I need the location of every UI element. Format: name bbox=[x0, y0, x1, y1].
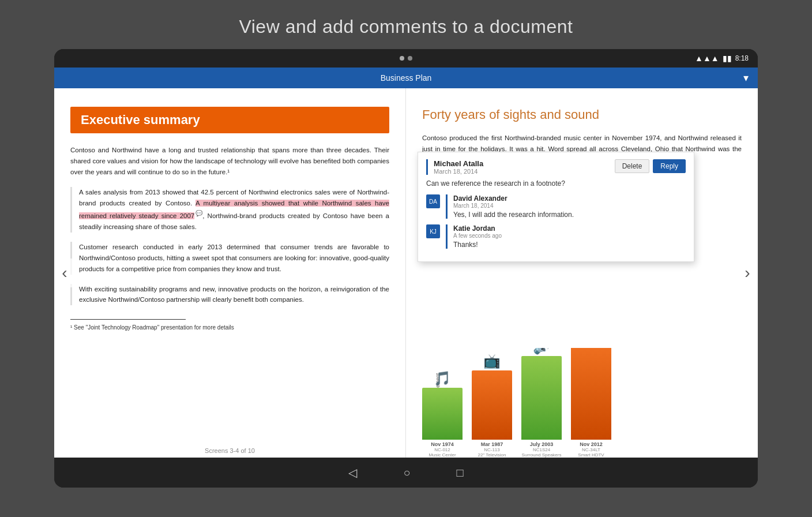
reply-block-1: DA David Alexander March 18, 2014 Yes, I… bbox=[426, 194, 686, 219]
comment-question: Can we reference the research in a footn… bbox=[426, 179, 686, 188]
chart-sublabel-4: NC-34LT bbox=[582, 447, 600, 452]
chart-sublabel2-3: Surround Speakers bbox=[522, 452, 562, 458]
left-page: Executive summary Contoso and Northwind … bbox=[54, 88, 406, 458]
chart-bar-fill-1: 🎵 bbox=[422, 388, 463, 440]
chart-label-1: Nov 1974 bbox=[431, 441, 454, 447]
comment-author: Michael Atalla bbox=[434, 159, 483, 168]
reply-content-2: Katie Jordan A few seconds ago Thanks! bbox=[446, 224, 686, 249]
chart-inner: Technology Advancement 🎵 Nov 1974 NC-012 bbox=[406, 348, 758, 458]
chart-sublabel2-2: 22" Television bbox=[478, 452, 506, 458]
time-display: 8:18 bbox=[735, 54, 749, 62]
chart-bar-group-2: 📺 Mar 1987 NC-113 22" Television bbox=[472, 370, 512, 458]
chart-bar-group-4: 📡 Nov 2012 NC-34LT Smart HDTV bbox=[571, 348, 611, 458]
reply-button[interactable]: Reply bbox=[653, 159, 686, 173]
android-home-button[interactable]: ○ bbox=[403, 466, 410, 479]
paragraph-3: Customer research conducted in early 201… bbox=[70, 242, 389, 275]
reply-text-1: Yes, I will add the research information… bbox=[453, 211, 686, 219]
word-toolbar: Business Plan ▾ bbox=[54, 68, 758, 88]
reply-block-2: KJ Katie Jordan A few seconds ago Thanks… bbox=[426, 224, 686, 249]
paragraph-2: A sales analysis from 2013 showed that 4… bbox=[70, 187, 389, 233]
exec-summary-header: Executive summary bbox=[70, 107, 389, 133]
comment-mark[interactable]: 💬 bbox=[196, 209, 202, 219]
chart-bar-1: 🎵 bbox=[422, 388, 463, 440]
chart-bar-group-1: 🎵 Nov 1974 NC-012 Music Center bbox=[422, 388, 463, 458]
reply-text-2: Thanks! bbox=[453, 241, 686, 249]
chart-bar-fill-4: 📡 bbox=[571, 348, 611, 440]
android-back-button[interactable]: ◁ bbox=[348, 466, 357, 479]
reply-date-2: A few seconds ago bbox=[453, 233, 686, 239]
page-title: View and add comments to a document bbox=[239, 0, 573, 49]
chart-sublabel-3: NC1S24 bbox=[533, 447, 550, 452]
android-recents-button[interactable]: □ bbox=[457, 466, 464, 479]
chart-sublabel2-4: Smart HDTV bbox=[578, 452, 604, 458]
battery-icon: ▮▮ bbox=[723, 54, 732, 63]
chart-bar-3: 🔊 bbox=[521, 356, 562, 440]
chart-bar-4: 📡 bbox=[571, 348, 611, 440]
footnote: ¹ See "Joint Technology Roadmap" present… bbox=[70, 324, 389, 331]
status-dot-1 bbox=[400, 56, 404, 61]
chart-sublabel-2: NC-113 bbox=[484, 447, 500, 452]
reply-author-2: Katie Jordan bbox=[453, 224, 686, 233]
screen-indicator: Screens 3-4 of 10 bbox=[205, 447, 255, 454]
chart-label-3: July 2003 bbox=[530, 441, 554, 447]
chart-label-4: Nov 2012 bbox=[580, 441, 603, 447]
chart-label-2: Mar 1987 bbox=[481, 441, 503, 447]
paragraph-1: Contoso and Northwind have a long and tr… bbox=[70, 145, 389, 178]
nav-back-arrow[interactable]: ‹ bbox=[54, 258, 75, 287]
reply-content-1: David Alexander March 18, 2014 Yes, I wi… bbox=[446, 194, 686, 219]
dropdown-icon[interactable]: ▾ bbox=[743, 72, 749, 84]
comment-date: March 18, 2014 bbox=[434, 168, 483, 175]
chart-bar-group-3: 🔊 July 2003 NC1S24 Surround Speakers bbox=[521, 356, 562, 458]
paragraph-4: With exciting sustainability programs an… bbox=[70, 284, 389, 306]
wifi-icon: ▲▲▲ bbox=[695, 54, 719, 63]
device-frame: ▲▲▲ ▮▮ 8:18 Business Plan ▾ Executive su… bbox=[54, 49, 758, 488]
app-content: Business Plan ▾ Executive summary Contos… bbox=[54, 68, 758, 458]
chart-bar-fill-3: 🔊 bbox=[521, 356, 562, 440]
reply-avatar-1: DA bbox=[426, 194, 440, 208]
status-dot-2 bbox=[408, 56, 412, 61]
comment-actions: Delete Reply bbox=[615, 159, 686, 173]
right-page: Forty years of sights and sound Contoso … bbox=[406, 88, 758, 458]
chart-sublabel-1: NC-012 bbox=[434, 447, 450, 452]
status-bar: ▲▲▲ ▮▮ 8:18 bbox=[54, 49, 758, 68]
footnote-divider bbox=[70, 319, 186, 320]
chart-area: Technology Advancement 🎵 Nov 1974 NC-012 bbox=[406, 348, 758, 458]
doc-area: Executive summary Contoso and Northwind … bbox=[54, 88, 758, 458]
status-dots bbox=[400, 56, 412, 61]
comment-header-row: Michael Atalla March 18, 2014 Delete Rep… bbox=[426, 159, 686, 175]
nav-forward-arrow[interactable]: › bbox=[737, 258, 758, 287]
doc-title: Business Plan bbox=[381, 73, 432, 83]
chart-bar-fill-2: 📺 bbox=[472, 370, 512, 440]
reply-avatar-2: KJ bbox=[426, 224, 440, 238]
comment-author-block: Michael Atalla March 18, 2014 bbox=[426, 159, 483, 175]
chart-bar-2: 📺 bbox=[472, 370, 512, 440]
comment-popup: Michael Atalla March 18, 2014 Delete Rep… bbox=[418, 152, 694, 262]
reply-author-1: David Alexander bbox=[453, 194, 686, 203]
android-nav-bar: ◁ ○ □ bbox=[54, 458, 758, 488]
reply-date-1: March 18, 2014 bbox=[453, 203, 686, 209]
chart-sublabel2-1: Music Center bbox=[428, 452, 456, 458]
delete-button[interactable]: Delete bbox=[615, 159, 650, 173]
right-heading: Forty years of sights and sound bbox=[422, 107, 742, 123]
status-right: ▲▲▲ ▮▮ 8:18 bbox=[695, 54, 749, 63]
